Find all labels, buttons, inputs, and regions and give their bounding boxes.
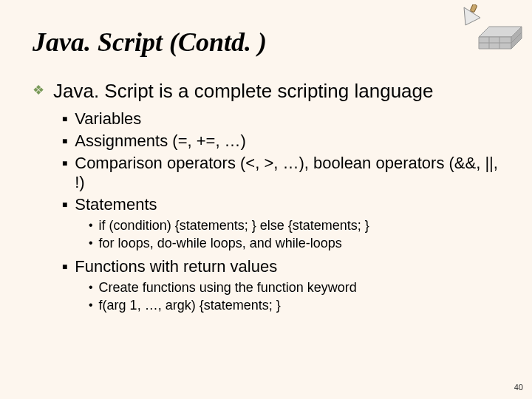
list-item: ■ Statements	[33, 195, 499, 217]
detail-text: if (condition) {statements; } else {stat…	[99, 217, 369, 235]
square-bullet-icon: ■	[62, 195, 67, 214]
dot-bullet-icon: •	[89, 297, 93, 313]
detail-text: for loops, do-while loops, and while-loo…	[99, 235, 342, 253]
square-bullet-icon: ■	[62, 132, 67, 151]
slide: Java. Script (Contd. ) ❖ Java. Script is…	[0, 0, 532, 399]
diamond-bullet-icon: ❖	[33, 80, 44, 100]
dot-bullet-icon: •	[89, 279, 93, 296]
list-item: • if (condition) {statements; } else {st…	[33, 217, 499, 235]
sub-point-text: Statements	[75, 195, 157, 217]
svg-rect-8	[470, 4, 477, 13]
dot-bullet-icon: •	[89, 235, 93, 251]
sub-point-text: Assignments (=, +=, …)	[75, 132, 246, 154]
detail-text: f(arg 1, …, argk) {statements; }	[99, 297, 281, 315]
list-item: ■ Comparison operators (<, >, …), boolea…	[33, 154, 499, 195]
dot-bullet-icon: •	[89, 217, 93, 233]
sub-point-text: Comparison operators (<, >, …), boolean …	[75, 154, 499, 195]
list-item: ■ Functions with return values	[33, 257, 499, 279]
list-item: • Create functions using the function ke…	[33, 279, 499, 297]
list-item: ❖ Java. Script is a complete scripting l…	[33, 80, 499, 109]
slide-title: Java. Script (Contd. )	[33, 27, 499, 58]
list-item: ■ Variables	[33, 109, 499, 132]
sub-point-text: Variables	[75, 109, 141, 132]
square-bullet-icon: ■	[62, 109, 67, 129]
square-bullet-icon: ■	[62, 257, 67, 276]
brick-trowel-icon	[458, 4, 525, 56]
content-list: ❖ Java. Script is a complete scripting l…	[33, 80, 499, 315]
square-bullet-icon: ■	[62, 154, 67, 173]
page-number: 40	[514, 383, 523, 392]
list-item: • for loops, do-while loops, and while-l…	[33, 235, 499, 253]
detail-text: Create functions using the function keyw…	[99, 279, 357, 297]
main-point-text: Java. Script is a complete scripting lan…	[53, 80, 434, 109]
list-item: ■ Assignments (=, +=, …)	[33, 132, 499, 154]
sub-point-text: Functions with return values	[75, 257, 277, 279]
list-item: • f(arg 1, …, argk) {statements; }	[33, 297, 499, 315]
